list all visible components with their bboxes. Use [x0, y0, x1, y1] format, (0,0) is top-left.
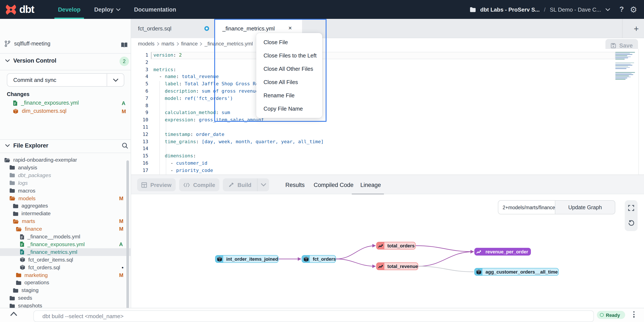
environment-selector[interactable]: SL Demo - Dave C... [550, 6, 601, 13]
file-explorer-header[interactable]: File Explorer [5, 142, 48, 149]
code-line-13: 13 time_grains: [day, week, month, quart… [131, 138, 644, 146]
build-options-caret[interactable] [257, 178, 269, 191]
tree-item-analysis[interactable]: analysis [0, 164, 131, 171]
code-line-5: 5 label: Total Jaffle Shop Gross Re [131, 81, 644, 88]
tree-item-logs[interactable]: logs [0, 179, 131, 187]
tree-item-dbt_packages[interactable]: dbt_packages [0, 171, 131, 179]
tab-lineage[interactable]: Lineage [360, 175, 381, 195]
command-input[interactable]: dbt build --select <model_name> [34, 310, 594, 322]
tree-item-label: rapid-onboarding-exemplar [13, 157, 77, 163]
lineage-edge [418, 252, 474, 266]
lineage-node-int_order_items_joined[interactable]: int_order_items_joined [215, 255, 278, 263]
lineage-node-revenue_per_order[interactable]: revenue_per_order [474, 248, 531, 255]
folder-icon [10, 173, 15, 178]
gear-icon[interactable]: ⚙ [630, 5, 637, 14]
tree-item-finance[interactable]: financeM [0, 225, 131, 233]
tab-results[interactable]: Results [285, 175, 305, 195]
breadcrumb-item[interactable]: finance [181, 41, 198, 47]
changed-file-name: _finance_exposures.yml [21, 100, 79, 106]
brand-text: dbt [19, 4, 34, 16]
chevron-up-icon[interactable] [10, 312, 17, 316]
code-line-15: 15 dimensions: [131, 153, 644, 160]
tree-item-operations[interactable]: operations [0, 279, 131, 287]
ready-label: Ready [606, 312, 620, 317]
folder-open-icon [13, 219, 19, 224]
build-button[interactable]: Build [223, 178, 257, 191]
tree-item-fct_order_items.sql[interactable]: fct_order_items.sql [0, 256, 131, 263]
ready-dot-icon [600, 313, 604, 317]
tree-item-macros[interactable]: macros [0, 187, 131, 194]
tree-status-M: M [119, 195, 124, 201]
tree-item-fct_orders.sql[interactable]: fct_orders.sql• [0, 263, 131, 271]
new-tab-button[interactable]: + [631, 23, 642, 34]
menu-item-rename-file[interactable]: Rename File [256, 89, 322, 102]
line-number: 15 [131, 153, 148, 160]
lineage-node-total_orders[interactable]: total_orders [376, 242, 416, 249]
preview-button[interactable]: Preview [137, 178, 176, 191]
tree-item-aggregates[interactable]: aggregates [0, 202, 131, 210]
minimap[interactable] [615, 52, 638, 83]
code-text: - priority_code [154, 167, 213, 174]
help-icon[interactable]: ? [619, 5, 624, 14]
menu-item-copy-file-name[interactable]: Copy File Name [256, 102, 322, 115]
tab-fct-orders[interactable]: fct_orders.sql [131, 19, 215, 38]
dbt-logo[interactable]: dbt [5, 4, 34, 16]
breadcrumb-item[interactable]: _finance_metrics.yml [204, 41, 253, 47]
tree-item-intermediate[interactable]: intermediate [0, 210, 131, 218]
chevron-down-icon [5, 144, 10, 147]
code-editor[interactable]: 1version: 223metrics:4 - name: total_rev… [131, 49, 644, 174]
tree-item-_finance_metrics.yml[interactable]: _finance_metrics.yml [0, 248, 131, 256]
docs-book-icon[interactable] [121, 42, 128, 48]
menu-item-close-all-files[interactable]: Close All Files [256, 76, 322, 89]
tree-item-label: logs [18, 180, 28, 186]
tree-item-label: models [18, 195, 36, 201]
tree-item-models[interactable]: modelsM [0, 194, 131, 202]
tree-item-label: intermediate [22, 211, 50, 217]
tree-item-label: marketing [24, 272, 48, 278]
breadcrumb-item[interactable]: models [138, 41, 154, 47]
git-branch-row[interactable]: sqlfluff-meeting [4, 40, 50, 47]
breadcrumb-item[interactable]: marts [161, 41, 174, 47]
lineage-node-total_revenue[interactable]: total_revenue [376, 262, 418, 270]
nav-label: Develop [58, 6, 80, 13]
tree-item-_finance__models.yml[interactable]: _finance__models.yml [0, 233, 131, 240]
search-icon[interactable] [122, 142, 128, 149]
line-number: 13 [131, 138, 148, 146]
nav-item-documentation[interactable]: Documentation [134, 0, 176, 19]
tree-item-label: _finance_metrics.yml [28, 249, 77, 255]
chevron-down-icon[interactable] [605, 8, 610, 11]
project-selector[interactable]: dbt Labs - ProServ S... [480, 6, 540, 13]
folder-icon [13, 211, 18, 216]
tree-scrollbar[interactable] [126, 160, 129, 309]
menu-item-close-files-to-the-left[interactable]: Close Files to the Left [256, 49, 322, 62]
lineage-node-agg_customer_orders__all_time[interactable]: agg_customer_orders__all_time [474, 268, 559, 276]
tree-item-_finance_exposures.yml[interactable]: _finance_exposures.ymlA [0, 240, 131, 248]
version-control-header[interactable]: Version Control [5, 58, 56, 64]
changed-file-row[interactable]: dim_customers.sql [13, 108, 66, 114]
kebab-menu-icon[interactable] [633, 311, 634, 317]
nav-item-deploy[interactable]: Deploy [94, 0, 120, 19]
sidebar: sqlfluff-meeting Version Control 2 Commi… [0, 19, 131, 308]
commit-options-caret[interactable] [107, 74, 124, 86]
folder-icon [16, 280, 22, 285]
tree-item-label: staging [22, 287, 38, 293]
tree-item-rapid-onboarding-exemplar[interactable]: rapid-onboarding-exemplar [0, 156, 131, 164]
changed-file-row[interactable]: _finance_exposures.yml [13, 100, 79, 106]
nav-item-develop[interactable]: Develop [58, 0, 80, 19]
compile-button[interactable]: Compile [179, 178, 220, 191]
project-separator: / [544, 6, 546, 13]
bottom-toolbar: Preview Compile Build Results Compiled C… [131, 174, 644, 194]
close-tab-icon[interactable]: × [288, 25, 292, 31]
menu-item-close-file[interactable]: Close File [256, 36, 322, 49]
tree-item-staging[interactable]: staging [0, 287, 131, 294]
commit-and-sync-button[interactable]: Commit and sync [7, 73, 124, 87]
tree-item-marketing[interactable]: marketingM [0, 271, 131, 279]
lineage-node-fct_orders[interactable]: fct_orders [302, 255, 336, 263]
commit-button-label: Commit and sync [7, 77, 107, 83]
code-line-17: 17 - priority_code [131, 167, 644, 174]
menu-item-close-all-other-files[interactable]: Close All Other Files [256, 62, 322, 76]
code-line-7: 7 model: ref('fct_orders') [131, 95, 644, 103]
tree-item-marts[interactable]: martsM [0, 217, 131, 225]
tree-item-seeds[interactable]: seeds [0, 294, 131, 302]
tab-compiled-code[interactable]: Compiled Code [314, 175, 354, 195]
